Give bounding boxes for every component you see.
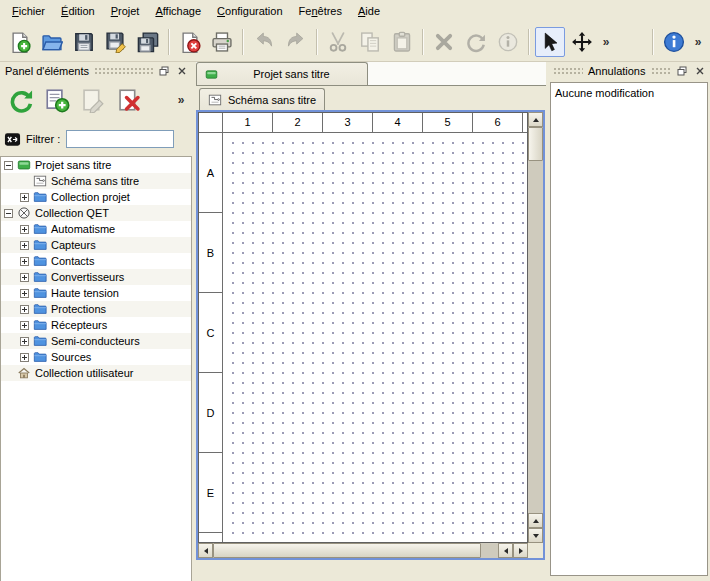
tree-item[interactable]: Projet sans titre: [1, 157, 191, 173]
tree-item[interactable]: Semi-conducteurs: [1, 333, 191, 349]
schema-tab-bar: Schéma sans titre: [196, 88, 546, 110]
scroll-up-button-2[interactable]: [528, 513, 543, 528]
menu-projet[interactable]: Projet: [103, 2, 148, 20]
vertical-scroll-thumb[interactable]: [528, 127, 543, 161]
copy-button[interactable]: [355, 27, 385, 57]
float-panel-button[interactable]: [156, 64, 171, 79]
folder-icon: [33, 350, 47, 364]
rotate-selection-button[interactable]: [461, 27, 491, 57]
row-header-cell: A: [199, 133, 222, 213]
undo-button[interactable]: [249, 27, 279, 57]
save-all-icon: [137, 31, 159, 53]
tree-item[interactable]: Collection projet: [1, 189, 191, 205]
tab-project[interactable]: Projet sans titre: [196, 62, 368, 85]
menu-configuration[interactable]: Configuration: [209, 2, 290, 20]
tree-expander-minus-icon[interactable]: [4, 161, 13, 170]
tree-item[interactable]: Schéma sans titre: [1, 173, 191, 189]
schema-grid[interactable]: [224, 134, 527, 542]
save-as-button[interactable]: [101, 27, 131, 57]
tree-expander-plus-icon[interactable]: [20, 289, 29, 298]
visualisation-mode-button[interactable]: [567, 27, 597, 57]
filter-input[interactable]: [66, 130, 174, 148]
open-folder-icon: [41, 31, 63, 53]
tree-item[interactable]: Convertisseurs: [1, 269, 191, 285]
edit-element-button[interactable]: [76, 83, 110, 117]
horizontal-scroll-thumb[interactable]: [213, 543, 481, 558]
delete-selection-button[interactable]: [429, 27, 459, 57]
scroll-up-button[interactable]: [528, 112, 543, 127]
toolbar-extension-button[interactable]: »: [598, 33, 614, 51]
tree-expander-plus-icon[interactable]: [20, 193, 29, 202]
tree-expander-plus-icon[interactable]: [20, 225, 29, 234]
folder-icon: [33, 254, 47, 268]
undo-panel-header: Annulations: [550, 62, 710, 80]
vertical-scrollbar[interactable]: [528, 112, 543, 543]
tree-item[interactable]: Sources: [1, 349, 191, 365]
tree-item[interactable]: Récepteurs: [1, 317, 191, 333]
horizontal-scrollbar[interactable]: [198, 543, 528, 558]
clear-filter-button[interactable]: [3, 131, 22, 148]
tree-expander-plus-icon[interactable]: [20, 273, 29, 282]
tree-item[interactable]: Collection utilisateur: [1, 365, 191, 381]
float-panel-button[interactable]: [674, 64, 689, 79]
toolbar-separator: [242, 29, 244, 55]
vertical-scroll-track[interactable]: [528, 127, 543, 513]
dock-grip: [94, 67, 153, 75]
print-button[interactable]: [207, 27, 237, 57]
folder-icon: [33, 302, 47, 316]
toolbar-extension-button[interactable]: »: [690, 33, 706, 51]
tree-expander-minus-icon[interactable]: [4, 209, 13, 218]
tree-item[interactable]: Collection QET: [1, 205, 191, 221]
tree-expander-plus-icon[interactable]: [20, 241, 29, 250]
tree-expander-plus-icon[interactable]: [20, 321, 29, 330]
elements-panel: Panel d'éléments » Filtrer : Projet sans…: [0, 62, 192, 581]
tab-schema[interactable]: Schéma sans titre: [199, 88, 325, 110]
arrow-left-icon: [504, 548, 508, 554]
menu-edition[interactable]: Édition: [53, 2, 103, 20]
menu-fichier[interactable]: Fichier: [4, 2, 53, 20]
selection-info-button[interactable]: [493, 27, 523, 57]
tree-expander-plus-icon[interactable]: [20, 337, 29, 346]
menu-fenetres[interactable]: Fenêtres: [291, 2, 350, 20]
undo-history-list[interactable]: Aucune modification: [550, 82, 708, 576]
toolbar-extension-button[interactable]: »: [173, 91, 189, 109]
save-all-button[interactable]: [133, 27, 163, 57]
horizontal-scroll-track[interactable]: [213, 543, 498, 558]
folder-icon: [33, 318, 47, 332]
new-project-button[interactable]: [5, 27, 35, 57]
menu-aide[interactable]: Aide: [350, 2, 388, 20]
about-button[interactable]: [659, 27, 689, 57]
delete-element-button[interactable]: [112, 83, 146, 117]
reload-collections-button[interactable]: [4, 83, 38, 117]
paste-button[interactable]: [387, 27, 417, 57]
close-panel-button[interactable]: [174, 64, 189, 79]
scroll-left-button[interactable]: [198, 543, 213, 558]
tree-item[interactable]: Protections: [1, 301, 191, 317]
redo-button[interactable]: [281, 27, 311, 57]
cut-button[interactable]: [323, 27, 353, 57]
tree-item-label: Haute tension: [51, 285, 119, 301]
tree-item[interactable]: Capteurs: [1, 237, 191, 253]
selection-mode-button[interactable]: [535, 27, 565, 57]
scroll-left-button-2[interactable]: [498, 543, 513, 558]
info-blue-icon: [663, 31, 685, 53]
close-project-button[interactable]: [175, 27, 205, 57]
tree-expander-plus-icon[interactable]: [20, 257, 29, 266]
new-element-button[interactable]: [40, 83, 74, 117]
menu-affichage[interactable]: Affichage: [147, 2, 209, 20]
tree-item[interactable]: Contacts: [1, 253, 191, 269]
arrow-down-icon: [533, 534, 539, 538]
tree-item[interactable]: Automatisme: [1, 221, 191, 237]
scroll-down-button[interactable]: [528, 528, 543, 543]
tree-expander-plus-icon[interactable]: [20, 305, 29, 314]
schema-icon: [208, 93, 222, 107]
scroll-right-button[interactable]: [513, 543, 528, 558]
tree-expander-plus-icon[interactable]: [20, 353, 29, 362]
tree-item[interactable]: Haute tension: [1, 285, 191, 301]
save-button[interactable]: [69, 27, 99, 57]
close-panel-button[interactable]: [692, 64, 707, 79]
schema-viewport[interactable]: 123456 ABCDE: [198, 112, 528, 543]
open-project-button[interactable]: [37, 27, 67, 57]
edit-element-icon: [80, 87, 106, 113]
folder-icon: [33, 334, 47, 348]
